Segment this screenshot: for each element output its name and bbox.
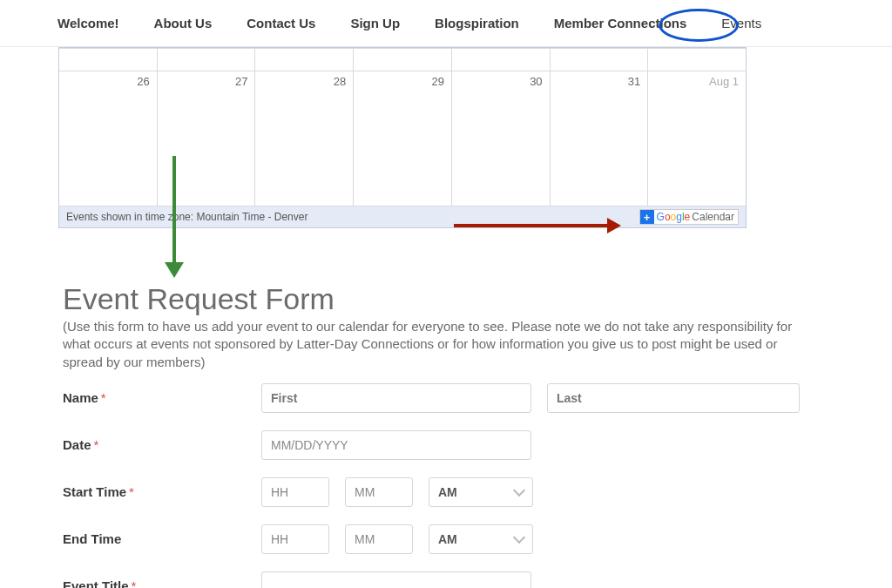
label-name: Name*	[63, 390, 261, 405]
label-date: Date*	[63, 437, 261, 452]
nav-blogspiration[interactable]: Blogspiration	[435, 16, 519, 30]
timezone-note: Events shown in time zone: Mountain Time…	[66, 211, 307, 223]
nav-member-connections[interactable]: Member Connections	[554, 16, 687, 30]
calendar-date: 26	[137, 75, 149, 88]
nav-sign-up[interactable]: Sign Up	[350, 16, 400, 30]
label-start-time: Start Time*	[63, 484, 261, 499]
calendar-prev-week-cell[interactable]	[550, 48, 648, 71]
end-time-mm-input[interactable]	[345, 524, 413, 554]
calendar-prev-week-cell[interactable]	[254, 48, 353, 71]
select-value: AM	[438, 532, 457, 546]
page-content: 26 27 28 29 30 31 Aug 1 Events shown in …	[0, 47, 892, 588]
calendar-date: 31	[628, 75, 640, 88]
label-event-title: Event Title*	[63, 578, 261, 588]
form-title: Event Request Form	[63, 282, 835, 316]
event-request-form: Name* Date* Start Time* AM End Time	[63, 383, 835, 588]
calendar-footer: Events shown in time zone: Mountain Time…	[59, 206, 746, 227]
calendar-date: 27	[235, 75, 247, 88]
chevron-down-icon	[513, 484, 525, 497]
event-title-input[interactable]	[261, 571, 531, 588]
calendar-day-cell[interactable]: 30	[451, 71, 550, 206]
last-name-input[interactable]	[547, 383, 800, 413]
calendar-prev-week-cell[interactable]	[451, 48, 550, 71]
start-time-ampm-select[interactable]: AM	[429, 477, 533, 507]
calendar-date: 30	[530, 75, 542, 88]
top-nav: Welcome! About Us Contact Us Sign Up Blo…	[0, 0, 892, 47]
nav-contact-us[interactable]: Contact Us	[247, 16, 315, 30]
calendar-date: 28	[334, 75, 346, 88]
label-end-time: End Time	[63, 531, 261, 546]
google-logo: Google	[657, 211, 691, 223]
calendar-prev-week-cell[interactable]	[157, 48, 255, 71]
first-name-input[interactable]	[261, 383, 531, 413]
nav-about-us[interactable]: About Us	[154, 16, 213, 30]
calendar-day-cell[interactable]: 28	[254, 71, 353, 206]
start-time-hh-input[interactable]	[261, 477, 329, 507]
calendar-prev-week-cell[interactable]	[59, 48, 157, 71]
end-time-ampm-select[interactable]: AM	[429, 524, 533, 554]
end-time-hh-input[interactable]	[261, 524, 329, 554]
calendar: 26 27 28 29 30 31 Aug 1 Events shown in …	[58, 47, 747, 228]
calendar-prev-week-cell[interactable]	[647, 48, 746, 71]
select-value: AM	[438, 485, 457, 499]
calendar-day-cell[interactable]: Aug 1	[647, 71, 746, 206]
calendar-day-cell[interactable]: 26	[59, 71, 157, 206]
plus-icon: +	[640, 210, 654, 224]
calendar-prev-week-cell[interactable]	[353, 48, 451, 71]
calendar-day-cell[interactable]: 27	[157, 71, 255, 206]
calendar-day-cell[interactable]: 31	[550, 71, 648, 206]
google-calendar-text: Calendar	[692, 211, 734, 223]
add-to-google-calendar-button[interactable]: + Google Calendar	[639, 209, 739, 225]
calendar-day-cell[interactable]: 29	[353, 71, 451, 206]
nav-welcome[interactable]: Welcome!	[57, 16, 119, 30]
date-input[interactable]	[261, 430, 531, 460]
nav-events[interactable]: Events	[721, 16, 761, 30]
calendar-date: 29	[431, 75, 443, 88]
form-description: (Use this form to have us add your event…	[63, 318, 812, 371]
chevron-down-icon	[513, 531, 525, 544]
calendar-date: Aug 1	[709, 75, 739, 88]
start-time-mm-input[interactable]	[345, 477, 413, 507]
